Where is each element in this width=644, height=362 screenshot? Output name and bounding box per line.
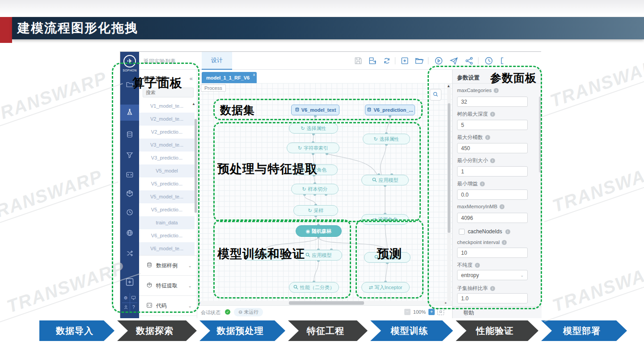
add-button[interactable] (120, 274, 139, 290)
process-step-model-deploy[interactable]: 模型部署 (541, 320, 627, 341)
canvas-horizontal-scrollbar[interactable]: ◂ ▸ (197, 301, 452, 305)
submit-button[interactable] (449, 56, 458, 65)
node-sampling[interactable]: ↻采样 (293, 205, 338, 216)
sidebar-item-filter[interactable] (120, 147, 139, 164)
fit-to-screen-button[interactable] (437, 308, 444, 315)
node-string-index[interactable]: ↻字符串索引 (287, 143, 339, 153)
operator-list-item[interactable]: V6_predictio... (139, 229, 195, 242)
node-dataset[interactable]: V6_prediction_... (365, 105, 415, 115)
param-input-checkpoint[interactable] (457, 248, 528, 258)
help-icon[interactable]: ? (130, 303, 138, 312)
cube-icon (146, 282, 153, 290)
fullscreen-button[interactable] (500, 56, 508, 65)
canvas-search-button[interactable] (430, 89, 441, 101)
node-sample-split[interactable]: ↻样本切分 (291, 184, 339, 194)
tab-design[interactable]: 设计 (202, 52, 232, 70)
zoom-in-button[interactable]: + (428, 309, 435, 315)
operator-list-item[interactable]: V5_model_te... (139, 190, 195, 203)
param-input-maxCategories[interactable] (457, 97, 528, 107)
category-data-samples[interactable]: 数据样例 ⌄ (139, 255, 197, 275)
sidebar-item-workflow[interactable] (120, 246, 139, 262)
back-to-experiments-link[interactable]: 返回实验列表 (144, 58, 176, 65)
param-select-impurity[interactable]: entropy ⌄ (457, 270, 528, 280)
reload-button[interactable] (382, 56, 391, 65)
scroll-up-icon[interactable]: ▲ (447, 84, 450, 88)
info-icon[interactable]: i (500, 204, 504, 209)
info-icon[interactable]: i (505, 229, 510, 234)
param-checkbox-cacheNodeIds[interactable]: cacheNodeIds i (459, 228, 510, 235)
operator-list-item[interactable]: V5_predictio... (139, 177, 195, 190)
process-step-data-explore[interactable]: 数据探索 (117, 320, 197, 341)
sidebar-item-network[interactable] (120, 225, 139, 241)
process-step-feature-engineering[interactable]: 特征工程 (288, 320, 368, 341)
param-input-max-bins[interactable] (457, 143, 528, 153)
checkbox-unchecked[interactable] (459, 229, 465, 235)
collapse-panel-icon[interactable]: « (190, 75, 193, 82)
operator-list-item[interactable]: V3_model_te... (139, 139, 195, 152)
operator-list-item[interactable]: V2_model_te... (139, 113, 195, 126)
operator-list-item[interactable]: V5_model (139, 164, 195, 177)
node-select-attributes[interactable]: ↻选择属性 (363, 134, 410, 144)
info-icon[interactable]: i (485, 135, 490, 140)
operator-list-item[interactable]: train_data (139, 216, 195, 229)
sophon-logo-icon[interactable]: ✈ (123, 55, 136, 67)
process-step-data-import[interactable]: 数据导入 (39, 320, 114, 341)
scrollbar-thumb[interactable] (289, 301, 364, 305)
category-code[interactable]: 代码 ⌄ (139, 295, 197, 316)
save-button[interactable] (354, 56, 363, 65)
node-performance-binary[interactable]: 性能（二分类） (289, 282, 339, 293)
open-button[interactable] (415, 56, 424, 65)
operator-list-item[interactable]: V3_predictio... (139, 152, 195, 164)
operator-list-scrollbar[interactable] (195, 119, 197, 213)
info-icon[interactable]: i (475, 263, 480, 268)
user-icon[interactable] (122, 303, 130, 312)
info-icon[interactable]: i (490, 286, 495, 291)
operator-list-item[interactable]: V2_predictio... (139, 126, 195, 139)
help-link[interactable]: 帮助 (452, 307, 542, 318)
sidebar-item-experiments[interactable] (120, 105, 139, 121)
scroll-right-icon[interactable]: ▸ (445, 301, 447, 305)
info-icon[interactable]: i (480, 181, 485, 186)
param-input-min-split[interactable] (457, 166, 528, 177)
operator-list-item[interactable]: V6_model_te... (139, 242, 195, 255)
param-input-max-memory[interactable] (457, 213, 528, 223)
close-tab-icon[interactable]: x (253, 72, 255, 77)
zoom-out-button[interactable]: − (404, 309, 411, 315)
node-select-attributes[interactable]: ↻选择属性 (289, 123, 338, 134)
node-dataset[interactable]: V6_model_text (291, 105, 339, 115)
parameter-panel-scrollbar[interactable] (539, 97, 541, 173)
category-feature-extraction[interactable]: 特征提取 ⌄ (139, 275, 197, 295)
sidebar-item-packages[interactable] (120, 186, 139, 202)
canvas-vertical-scrollbar[interactable] (447, 83, 451, 301)
operator-list-item[interactable]: V5_predictio... (139, 203, 195, 216)
info-icon[interactable]: i (502, 240, 507, 245)
node-random-forest[interactable]: ◉随机森林 (296, 225, 342, 237)
save-as-button[interactable] (368, 56, 377, 65)
scroll-left-icon[interactable]: ◂ (198, 301, 200, 305)
param-input-subsample[interactable] (457, 293, 528, 303)
breadcrumb[interactable]: Process (201, 84, 226, 92)
settings-gear-icon[interactable]: ⚙ (122, 293, 130, 303)
node-apply-model[interactable]: 应用模型 (361, 175, 409, 185)
run-button[interactable] (434, 56, 443, 65)
info-icon[interactable]: i (494, 88, 499, 93)
operator-list-item[interactable]: V1_model_te... (139, 100, 195, 113)
info-icon[interactable]: i (490, 158, 495, 163)
schedule-button[interactable] (484, 56, 493, 65)
sidebar-item-code[interactable] (120, 167, 139, 183)
node-write-inceptor[interactable]: ⇄写入Inceptor (361, 282, 410, 293)
param-input-max-depth[interactable] (457, 120, 528, 130)
sidebar-item-data[interactable] (120, 127, 139, 143)
process-step-data-preprocess[interactable]: 数据预处理 (199, 320, 285, 341)
info-icon[interactable]: i (490, 112, 495, 117)
new-button[interactable] (400, 56, 409, 65)
watermark: TRANSWARP (537, 153, 644, 223)
sidebar-item-history[interactable] (120, 205, 139, 221)
share-button[interactable] (465, 56, 474, 65)
node-set-role[interactable]: ⇄设置角色 (361, 214, 409, 225)
monitor-icon[interactable] (130, 293, 138, 303)
tab-model-document[interactable]: model_1_1_RF_V6 x (202, 72, 257, 83)
process-step-performance-validation[interactable]: 性能验证 (456, 320, 538, 341)
param-input-min-gain[interactable] (457, 189, 528, 200)
process-step-model-training[interactable]: 模型训练 (370, 320, 453, 341)
